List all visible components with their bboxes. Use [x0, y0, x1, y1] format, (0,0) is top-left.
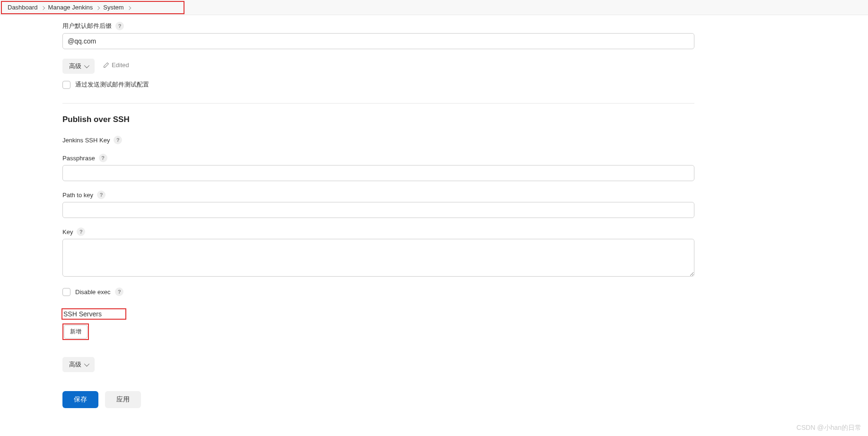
email-suffix-input[interactable]: [62, 33, 694, 49]
jenkins-ssh-key-label: Jenkins SSH Key: [62, 137, 110, 144]
help-icon[interactable]: ?: [114, 136, 122, 144]
annotation-highlight: SSH Servers: [61, 308, 126, 320]
passphrase-label: Passphrase: [62, 155, 95, 162]
email-suffix-label: 用户默认邮件后缀: [62, 22, 112, 30]
key-textarea[interactable]: [62, 239, 694, 277]
breadcrumb-dashboard[interactable]: Dashboard: [8, 4, 38, 11]
apply-button[interactable]: 应用: [105, 391, 141, 408]
save-button[interactable]: 保存: [62, 391, 98, 408]
help-icon[interactable]: ?: [97, 191, 105, 199]
help-icon[interactable]: ?: [99, 154, 107, 162]
annotation-highlight: 新增: [62, 323, 89, 340]
help-icon[interactable]: ?: [115, 288, 123, 296]
advanced-button-ssh[interactable]: 高级: [62, 357, 95, 372]
help-icon[interactable]: ?: [115, 22, 124, 30]
passphrase-input[interactable]: [62, 165, 694, 181]
breadcrumb-manage-jenkins[interactable]: Manage Jenkins: [48, 4, 93, 11]
advanced-button-label: 高级: [69, 62, 81, 70]
help-icon[interactable]: ?: [77, 227, 85, 236]
advanced-button-ssh-label: 高级: [69, 360, 81, 369]
watermark: CSDN @小han的日常: [797, 424, 861, 427]
chevron-right-icon: [128, 4, 131, 11]
chevron-right-icon: [96, 4, 99, 11]
chevron-down-icon: [84, 361, 89, 366]
path-to-key-input[interactable]: [62, 202, 694, 218]
path-to-key-label: Path to key: [62, 192, 93, 199]
test-email-checkbox[interactable]: [62, 81, 70, 89]
ssh-servers-label: SSH Servers: [63, 310, 102, 318]
disable-exec-label: Disable exec: [75, 288, 110, 296]
add-ssh-server-button[interactable]: 新增: [64, 325, 88, 339]
test-email-label: 通过发送测试邮件测试配置: [75, 80, 149, 89]
advanced-button[interactable]: 高级: [62, 59, 95, 74]
edited-label: Edited: [112, 61, 129, 69]
chevron-right-icon: [42, 4, 44, 11]
key-label: Key: [62, 228, 73, 235]
chevron-down-icon: [84, 63, 89, 68]
pencil-icon: [103, 62, 109, 68]
section-divider: [62, 103, 694, 104]
breadcrumb: Dashboard Manage Jenkins System: [0, 0, 868, 15]
ssh-section-title: Publish over SSH: [62, 115, 758, 124]
disable-exec-checkbox[interactable]: [62, 288, 70, 296]
breadcrumb-system[interactable]: System: [103, 4, 123, 11]
edited-link[interactable]: Edited: [103, 61, 129, 69]
